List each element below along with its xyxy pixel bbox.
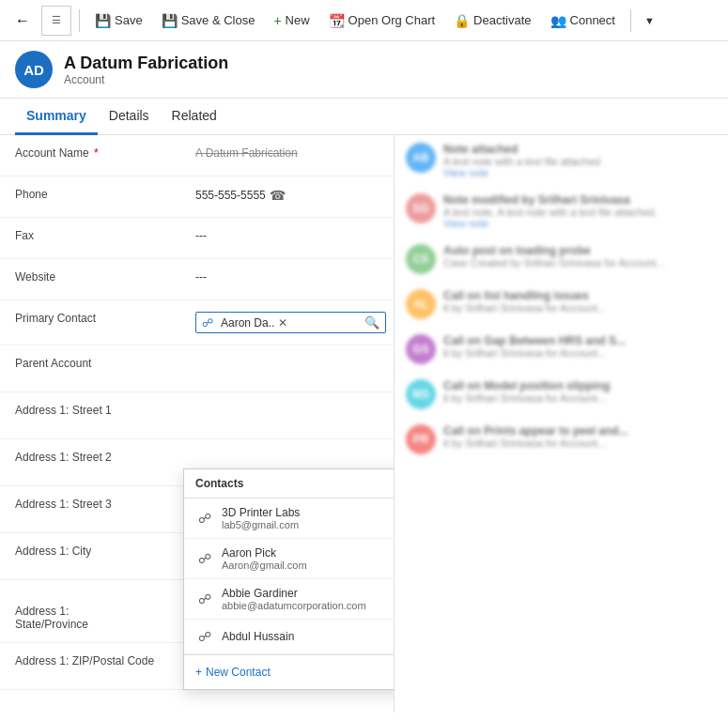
value-address-street-1 bbox=[188, 392, 394, 415]
activity-content-5: Call on Model position slipping tl by Sr… bbox=[443, 379, 717, 409]
plus-icon: + bbox=[195, 666, 202, 679]
label-phone: Phone bbox=[0, 176, 188, 212]
lookup-record-icon: ☍ bbox=[202, 316, 213, 330]
page-icon: ☰ bbox=[41, 6, 71, 36]
contact-icon-1: ☍ bbox=[195, 509, 214, 528]
contact-icon-4: ☍ bbox=[195, 627, 214, 646]
label-parent-account: Parent Account bbox=[0, 345, 188, 381]
field-address-street-1: Address 1: Street 1 bbox=[0, 392, 394, 439]
activity-item-3: AL Call on list handling issues tl by Sr… bbox=[406, 289, 717, 319]
dropdown-item-2[interactable]: ☍ Aaron Pick Aaron@gmail.com ⌄ bbox=[184, 539, 395, 579]
field-fax: Fax --- bbox=[0, 218, 394, 259]
label-address-city: Address 1: City bbox=[0, 533, 188, 569]
activity-title-4: Call on Gap Between HRS and S... bbox=[443, 334, 717, 347]
contact-name-2: Aaron Pick bbox=[222, 546, 395, 560]
connect-button[interactable]: 👥 Connect bbox=[543, 9, 623, 32]
separator-2 bbox=[630, 9, 631, 32]
value-parent-account bbox=[188, 345, 394, 368]
field-parent-account: Parent Account bbox=[0, 345, 394, 392]
lookup-value: Aaron Da.. bbox=[221, 316, 274, 330]
deactivate-button[interactable]: 🔒 Deactivate bbox=[446, 9, 538, 32]
value-primary-contact: ☍ Aaron Da.. ✕ 🔍 bbox=[188, 300, 394, 345]
tab-bar: Summary Details Related bbox=[0, 99, 728, 135]
contact-icon-2: ☍ bbox=[195, 549, 214, 568]
contact-info-1: 3D Printer Labs lab5@gmail.com bbox=[222, 506, 395, 530]
contact-name-3: Abbie Gardiner bbox=[222, 587, 395, 600]
value-account-name: A Datum Fabrication bbox=[188, 135, 394, 171]
contact-icon-3: ☍ bbox=[195, 590, 214, 608]
record-type: Account bbox=[64, 73, 228, 86]
tab-summary[interactable]: Summary bbox=[15, 99, 98, 135]
more-options-button[interactable]: ▼ bbox=[639, 11, 660, 30]
contact-email-2: Aaron@gmail.com bbox=[222, 560, 395, 571]
label-website: Website bbox=[0, 259, 188, 295]
activity-avatar-3: AL bbox=[406, 289, 436, 319]
activity-body-2: Case Created by Srilhari Srinivasa for A… bbox=[443, 257, 717, 268]
avatar: AD bbox=[15, 51, 53, 88]
new-button[interactable]: + New bbox=[266, 9, 317, 32]
activity-avatar-4: GS bbox=[406, 334, 436, 364]
activity-body-5: tl by Srilhari Srinivasa for Account... bbox=[443, 392, 717, 404]
activity-title-3: Call on list handling issues bbox=[443, 289, 717, 302]
activity-title-1: Note modified by Srilhari Srinivasa bbox=[443, 193, 717, 207]
activity-avatar-6: PR bbox=[406, 424, 436, 454]
value-website: --- bbox=[188, 259, 394, 295]
new-contact-button[interactable]: + New Contact bbox=[195, 660, 271, 684]
activity-item-0: AB Note attached A test note with a text… bbox=[406, 143, 717, 178]
activity-avatar-5: MS bbox=[406, 379, 436, 409]
dropdown-item-1[interactable]: ☍ 3D Printer Labs lab5@gmail.com ⌄ bbox=[184, 499, 395, 539]
activity-body-6: tl by Srilhari Srinivasa for Account... bbox=[443, 437, 717, 449]
activity-link-0[interactable]: View note bbox=[443, 167, 717, 178]
value-address-street-2 bbox=[188, 439, 394, 462]
contact-name-4: Abdul Hussain bbox=[222, 630, 395, 643]
phone-icon[interactable]: ☎ bbox=[270, 188, 286, 203]
activity-item-1: SG Note modified by Srilhari Srinivasa A… bbox=[406, 193, 717, 229]
tab-related[interactable]: Related bbox=[161, 99, 228, 135]
contact-email-1: lab5@gmail.com bbox=[222, 519, 395, 530]
main-content: Account Name * A Datum Fabrication Phone… bbox=[0, 135, 728, 713]
label-address-street-3: Address 1: Street 3 bbox=[0, 486, 188, 522]
activity-title-6: Call on Prints appear to peel and... bbox=[443, 424, 717, 437]
activity-content-3: Call on list handling issues tl by Srilh… bbox=[443, 289, 717, 319]
activity-content-2: Auto post on loading probe Case Created … bbox=[443, 244, 717, 274]
new-icon: + bbox=[273, 13, 281, 28]
activity-item-4: GS Call on Gap Between HRS and S... tl b… bbox=[406, 334, 717, 364]
activity-avatar-0: AB bbox=[406, 143, 436, 173]
activity-link-1[interactable]: View note bbox=[443, 218, 717, 229]
save-close-button[interactable]: 💾 Save & Close bbox=[154, 9, 263, 32]
contact-info-4: Abdul Hussain bbox=[222, 630, 395, 643]
value-phone: 555-555-5555 ☎ bbox=[188, 176, 394, 214]
contact-name-1: 3D Printer Labs bbox=[222, 506, 395, 519]
dropdown-header: Contacts Recent records bbox=[184, 469, 395, 499]
open-org-chart-button[interactable]: 📆 Open Org Chart bbox=[321, 9, 443, 32]
lookup-clear-button[interactable]: ✕ bbox=[278, 316, 287, 330]
activity-panel: AB Note attached A test note with a text… bbox=[395, 135, 728, 713]
activity-body-3: tl by Srilhari Srinivasa for Account... bbox=[443, 302, 717, 314]
dropdown-contacts-label: Contacts bbox=[195, 477, 243, 490]
activity-avatar-1: SG bbox=[406, 193, 436, 223]
dropdown-list: ☍ 3D Printer Labs lab5@gmail.com ⌄ ☍ Aar… bbox=[184, 499, 395, 654]
save-icon: 💾 bbox=[95, 13, 111, 28]
record-header: AD A Datum Fabrication Account bbox=[0, 41, 728, 99]
label-fax: Fax bbox=[0, 218, 188, 253]
dropdown-footer: + New Contact Advanced lookup bbox=[184, 654, 395, 689]
toolbar: ← ☰ 💾 Save 💾 Save & Close + New 📆 Open O… bbox=[0, 0, 728, 41]
back-button[interactable]: ← bbox=[8, 8, 38, 33]
dropdown-item-4[interactable]: ☍ Abdul Hussain ⌄ bbox=[184, 620, 395, 654]
lookup-search-button[interactable]: 🔍 bbox=[364, 315, 379, 330]
save-button[interactable]: 💾 Save bbox=[87, 9, 150, 32]
label-address-street-2: Address 1: Street 2 bbox=[0, 439, 188, 475]
label-address-state: Address 1: State/Province bbox=[0, 580, 188, 642]
activity-title-2: Auto post on loading probe bbox=[443, 244, 717, 257]
activity-item-2: CS Auto post on loading probe Case Creat… bbox=[406, 244, 717, 274]
label-address-street-1: Address 1: Street 1 bbox=[0, 392, 188, 428]
activity-title-0: Note attached bbox=[443, 143, 717, 156]
activity-content-0: Note attached A test note with a text fi… bbox=[443, 143, 717, 178]
activity-content-6: Call on Prints appear to peel and... tl … bbox=[443, 424, 717, 454]
dropdown-item-3[interactable]: ☍ Abbie Gardiner abbie@adatumcorporation… bbox=[184, 579, 395, 620]
deactivate-icon: 🔒 bbox=[454, 13, 470, 28]
contact-info-3: Abbie Gardiner abbie@adatumcorporation.c… bbox=[222, 587, 395, 611]
lookup-field[interactable]: ☍ Aaron Da.. ✕ 🔍 bbox=[195, 312, 386, 333]
tab-details[interactable]: Details bbox=[98, 99, 161, 135]
phone-row: 555-555-5555 ☎ bbox=[195, 188, 386, 203]
